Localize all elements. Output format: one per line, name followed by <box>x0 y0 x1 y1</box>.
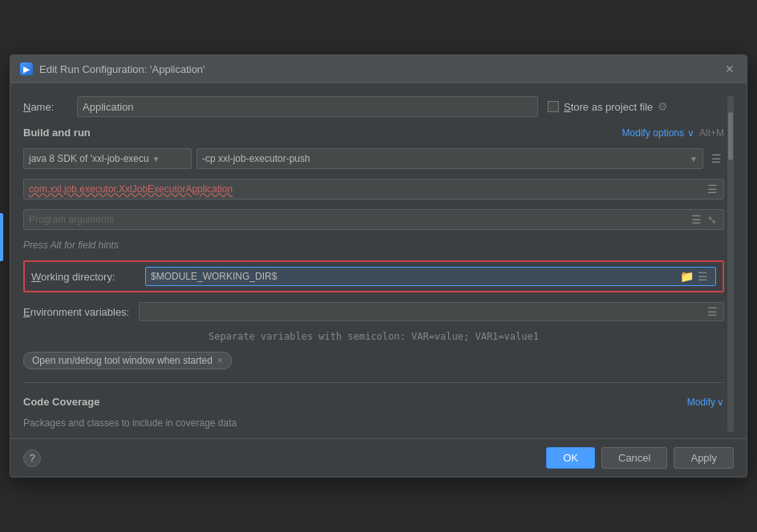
modify-options-label: Modify options <box>622 127 684 139</box>
title-bar: ▶ Edit Run Configuration: 'Application' … <box>10 55 747 83</box>
store-project-file-checkbox[interactable] <box>548 101 559 112</box>
code-coverage-modify-arrow: ∨ <box>717 397 724 408</box>
code-coverage-modify-label: Modify <box>687 397 715 408</box>
working-directory-row: Working directory: $MODULE_WORKING_DIR$ … <box>23 260 724 292</box>
program-args-row[interactable]: Program arguments ☰ ⤡ <box>23 209 724 230</box>
open-tool-window-tag: Open run/debug tool window when started … <box>23 352 232 369</box>
code-coverage-header: Code Coverage Modify ∨ <box>23 396 724 408</box>
cp-dropdown-arrow: ▼ <box>690 155 698 163</box>
help-button[interactable]: ? <box>23 449 41 467</box>
gear-icon[interactable]: ⚙ <box>658 100 668 113</box>
name-input[interactable] <box>77 96 538 117</box>
sdk-row: java 8 SDK of 'xxl-job-execu ▼ -cp xxl-j… <box>23 148 724 169</box>
env-vars-input[interactable]: ☰ <box>139 302 724 321</box>
working-dir-macro-icon[interactable]: ☰ <box>694 268 710 284</box>
main-class-input-wrapper[interactable]: com.xxl.job.executor.XxlJobExecutorAppli… <box>23 179 724 200</box>
env-vars-label: Environment variables: <box>23 306 129 318</box>
title-bar-left: ▶ Edit Run Configuration: 'Application' <box>20 62 205 75</box>
modify-options-chevron: ∨ <box>687 127 694 139</box>
dialog-title: Edit Run Configuration: 'Application' <box>39 63 205 75</box>
main-class-row: com.xxl.job.executor.XxlJobExecutorAppli… <box>23 179 724 200</box>
store-label: Store as project file <box>564 101 653 113</box>
sdk-dropdown[interactable]: java 8 SDK of 'xxl-job-execu ▼ <box>23 148 192 169</box>
env-vars-row: Environment variables: ☰ <box>23 302 724 321</box>
sdk-dropdown-arrow: ▼ <box>152 155 160 163</box>
working-dir-input-wrapper[interactable]: $MODULE_WORKING_DIR$ 📁 ☰ <box>145 267 716 286</box>
scrollbar-thumb[interactable] <box>728 112 733 160</box>
open-tool-window-tag-close[interactable]: × <box>217 355 223 366</box>
tag-row: Open run/debug tool window when started … <box>23 352 724 369</box>
modify-options-link[interactable]: Modify options ∨ <box>622 127 694 139</box>
cancel-button[interactable]: Cancel <box>601 447 667 469</box>
help-label: ? <box>29 452 34 464</box>
build-and-run-title: Build and run <box>23 127 91 139</box>
program-args-fullscreen-icon[interactable]: ⤡ <box>704 212 720 228</box>
divider <box>23 382 724 383</box>
close-button[interactable]: ✕ <box>723 62 737 76</box>
ok-button[interactable]: OK <box>546 447 595 469</box>
modify-options-shortcut: Alt+M <box>699 127 724 139</box>
build-and-run-header: Build and run Modify options ∨ Alt+M <box>23 127 724 139</box>
separate-vars-hint: Separate variables with semicolon: VAR=v… <box>23 331 724 342</box>
sdk-value: java 8 SDK of 'xxl-job-execu <box>29 153 149 164</box>
apply-button[interactable]: Apply <box>674 447 734 469</box>
dialog-footer: ? OK Cancel Apply <box>10 438 747 477</box>
scrollbar[interactable] <box>727 96 734 432</box>
dialog: ▶ Edit Run Configuration: 'Application' … <box>10 54 747 478</box>
name-label: Name: <box>23 101 67 113</box>
working-dir-browse-icon[interactable]: 📁 <box>678 268 694 284</box>
store-row: Store as project file ⚙ <box>548 100 724 113</box>
dialog-body: Name: Store as project file ⚙ Build and … <box>10 83 747 432</box>
footer-buttons: OK Cancel Apply <box>546 447 734 469</box>
open-tool-window-tag-label: Open run/debug tool window when started <box>32 355 213 366</box>
field-hint: Press Alt for field hints <box>23 240 724 251</box>
code-coverage-title: Code Coverage <box>23 396 99 408</box>
coverage-hint: Packages and classes to include in cover… <box>23 417 724 432</box>
code-coverage-modify-link[interactable]: Modify ∨ <box>687 397 724 408</box>
cp-settings-icon[interactable]: ☰ <box>708 151 724 167</box>
cp-value: -cp xxl-job-executor-push <box>202 153 310 164</box>
main-class-value: com.xxl.job.executor.XxlJobExecutorAppli… <box>29 183 704 195</box>
app-icon: ▶ <box>20 62 33 75</box>
main-class-browse-icon[interactable]: ☰ <box>704 181 720 197</box>
env-vars-icon[interactable]: ☰ <box>704 304 720 320</box>
program-args-expand-icon[interactable]: ☰ <box>688 212 704 228</box>
left-accent-bar <box>0 213 3 261</box>
name-row: Name: Store as project file ⚙ <box>23 96 724 117</box>
working-dir-label: Working directory: <box>31 271 136 283</box>
program-args-placeholder: Program arguments <box>29 214 688 225</box>
main-content: Name: Store as project file ⚙ Build and … <box>23 96 724 432</box>
cp-dropdown[interactable]: -cp xxl-job-executor-push ▼ <box>196 148 703 169</box>
working-dir-value: $MODULE_WORKING_DIR$ <box>151 271 678 282</box>
